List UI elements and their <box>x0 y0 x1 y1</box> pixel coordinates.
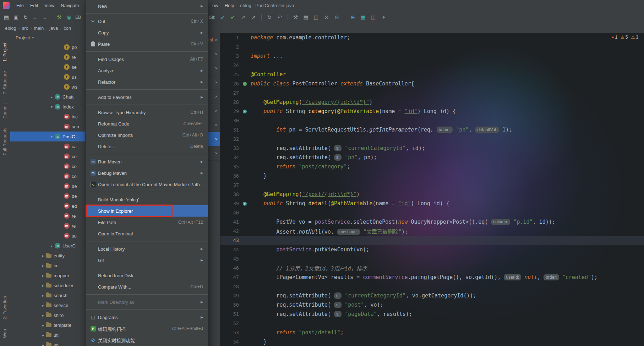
close-icon[interactable]: × <box>215 122 218 128</box>
menu-item-browse-type-hierarchy[interactable]: Browse Type HierarchyCtrl+H <box>86 107 208 118</box>
tool-window-button-commit[interactable]: Commit <box>2 103 7 118</box>
tool-window-button-web[interactable]: Web <box>2 329 7 338</box>
menu-item-mark-directory-as[interactable]: Mark Directory as▶ <box>86 296 208 308</box>
code-line-1[interactable]: 1package com.example.controller; <box>220 33 644 42</box>
breadcrumb-item-eblog[interactable]: eblog <box>4 26 17 31</box>
inspection-errors[interactable]: ●1 <box>611 35 617 40</box>
close-icon[interactable]: × <box>215 66 218 71</box>
git-commit-icon[interactable]: ✔ <box>229 13 237 22</box>
code-line-28[interactable]: 28 @GetMapping("/category/{id:\\d*}") <box>220 97 644 107</box>
menubar-item-edit[interactable]: Edit <box>27 3 41 8</box>
code-line-35[interactable]: 35 return "post/category"; <box>220 162 644 171</box>
code-line-39[interactable]: 39↻ public String detail(@PathVariable(n… <box>220 199 644 208</box>
code-line-33[interactable]: 33 req.setAttribute( s: "currentCategory… <box>220 144 644 153</box>
menu-item-关闭实时检测功能[interactable]: ⊘关闭实时检测功能 <box>86 334 208 346</box>
menu-item-diagrams[interactable]: ◫Diagrams▶ <box>86 312 208 323</box>
menu-item-run-maven[interactable]: mRun Maven▶ <box>86 156 208 167</box>
disable-inspections-icon[interactable]: ⊘ <box>333 13 341 22</box>
tool-window-button-pull-requests[interactable]: Pull Requests <box>2 128 7 155</box>
code-line-24[interactable]: 24 <box>220 61 644 70</box>
find-icon[interactable]: ⊕ <box>349 13 357 22</box>
code-line-38[interactable]: 38 @GetMapping("/post/{id:\\d*}") <box>220 190 644 199</box>
chevron-expanded-icon[interactable]: ▾ <box>49 105 55 109</box>
code-line-53[interactable]: 53 return "post/detail"; <box>220 328 644 337</box>
menu-item-new[interactable]: New▶ <box>86 0 208 12</box>
menubar-item-file[interactable]: File <box>13 3 27 8</box>
menubar-item-help[interactable]: Help <box>222 3 238 8</box>
editor[interactable]: 1package com.example.controller;23import… <box>220 33 644 346</box>
menu-item-cut[interactable]: ✂CutCtrl+X <box>86 16 208 27</box>
menu-item-open-in-terminal[interactable]: Open in Terminal <box>86 228 208 239</box>
chevron-collapsed-icon[interactable]: ▸ <box>40 254 46 258</box>
breadcrumb-item-main[interactable]: main <box>33 26 44 31</box>
breadcrumb-item-con[interactable]: con <box>63 26 72 31</box>
sync-icon[interactable]: ↻ <box>21 13 30 22</box>
menu-item-reformat-code[interactable]: Reformat CodeCtrl+Alt+L <box>86 118 208 129</box>
tool-window-button-7-structure[interactable]: 7: Structure <box>2 71 7 94</box>
menu-item-编码规约扫描[interactable]: P编码规约扫描Ctrl+Alt+Shift+J <box>86 323 208 334</box>
chevron-collapsed-icon[interactable]: ▸ <box>40 274 46 278</box>
bean-gutter-icon[interactable] <box>243 82 247 86</box>
code-line-27[interactable]: 27 <box>220 88 644 97</box>
project-structure-icon[interactable]: ▤ <box>302 13 310 22</box>
menubar-item-ow[interactable]: ow <box>209 3 222 8</box>
code-line-32[interactable]: 32 <box>220 134 644 144</box>
code-line-50[interactable]: 50 req.setAttribute( s: "post", vo); <box>220 300 644 309</box>
inspection-warnings[interactable]: ⚠5 <box>621 35 628 40</box>
menu-item-add-to-favorites[interactable]: Add to Favorites▶ <box>86 91 208 103</box>
code-line-2[interactable]: 2 <box>220 42 644 51</box>
code-line-49[interactable]: 49 req.setAttribute( s: "currentCategory… <box>220 291 644 300</box>
git-push-alt-icon[interactable]: ↗ <box>249 13 258 22</box>
menu-item-find-usages[interactable]: Find UsagesAlt+F7 <box>86 54 208 65</box>
build-hammer-icon[interactable]: ⚒ <box>55 13 64 22</box>
forward-icon[interactable]: → <box>40 13 49 22</box>
code-line-45[interactable]: 45 <box>220 254 644 263</box>
close-icon[interactable]: × <box>215 108 218 113</box>
rollback-icon[interactable]: ↶ <box>275 13 284 22</box>
chevron-collapsed-icon[interactable]: ▸ <box>40 313 46 317</box>
code-line-47[interactable]: 47 IPage<CommentVo> results = commentSer… <box>220 273 644 282</box>
menubar-item-navigate[interactable]: Navigate <box>58 3 82 8</box>
chevron-collapsed-icon[interactable]: ▸ <box>40 343 46 346</box>
coverage-icon[interactable]: ▦ <box>359 13 367 22</box>
menu-item-show-in-explorer[interactable]: Show in Explorer <box>86 205 208 217</box>
breadcrumb-item-java[interactable]: java <box>49 26 59 31</box>
code-line-41[interactable]: 41 PostVo vo = postService.selectOnePost… <box>220 217 644 227</box>
plugin-icon[interactable]: ✦ <box>380 13 388 22</box>
open-icon[interactable]: ▤ <box>2 13 11 22</box>
chevron-collapsed-icon[interactable]: ▸ <box>40 294 46 297</box>
chevron-collapsed-icon[interactable]: ▸ <box>40 284 46 288</box>
code-line-30[interactable]: 30 <box>220 116 644 125</box>
code-line-46[interactable]: 46 // 1分页，2文章id，3用户id，排序 <box>220 263 644 273</box>
git-push-icon[interactable]: ↗ <box>239 13 247 22</box>
code-line-43[interactable]: 43 <box>220 236 644 245</box>
code-line-37[interactable]: 37 <box>220 180 644 190</box>
tool-window-button-1-project[interactable]: 1: Project <box>2 43 7 62</box>
git-update-icon[interactable]: ↙ <box>218 13 227 22</box>
code-line-26[interactable]: 26public class PostController extends Ba… <box>220 79 644 88</box>
close-icon[interactable]: × <box>215 51 218 57</box>
menu-item-git[interactable]: Git▶ <box>86 255 208 266</box>
profiler-icon[interactable]: ◫ <box>369 13 378 22</box>
menu-item-analyze[interactable]: Analyze▶ <box>86 65 208 76</box>
menu-item-build-module-eblog-[interactable]: Build Module 'eblog' <box>86 194 208 205</box>
save-icon[interactable]: ▣ <box>12 13 20 22</box>
code-line-54[interactable]: 54 } <box>220 337 644 346</box>
code-line-48[interactable]: 48 <box>220 282 644 291</box>
menu-item-reload-from-disk[interactable]: Reload from Disk <box>86 270 208 281</box>
chevron-expanded-icon[interactable]: ▾ <box>49 135 55 139</box>
chevron-collapsed-icon[interactable]: ▸ <box>40 264 46 268</box>
code-line-3[interactable]: 3import ... <box>220 51 644 61</box>
search-icon[interactable]: ⊙ <box>322 13 331 22</box>
layout-icon[interactable]: ◫ <box>312 13 321 22</box>
chevron-down-icon[interactable]: ▾ <box>32 36 34 39</box>
breadcrumb-item-src[interactable]: src <box>21 26 29 31</box>
chevron-collapsed-icon[interactable]: ▸ <box>40 333 46 337</box>
code-line-36[interactable]: 36 } <box>220 171 644 180</box>
mapping-gutter-icon[interactable]: ↻ <box>243 202 247 206</box>
chevron-collapsed-icon[interactable]: ▸ <box>49 244 55 248</box>
history-icon[interactable]: ↻ <box>265 13 274 22</box>
menu-item-refactor[interactable]: Refactor▶ <box>86 76 208 88</box>
menu-item-compare-with-[interactable]: Compare With...Ctrl+D <box>86 281 208 292</box>
menu-item-delete-[interactable]: Delete...Delete <box>86 141 208 152</box>
